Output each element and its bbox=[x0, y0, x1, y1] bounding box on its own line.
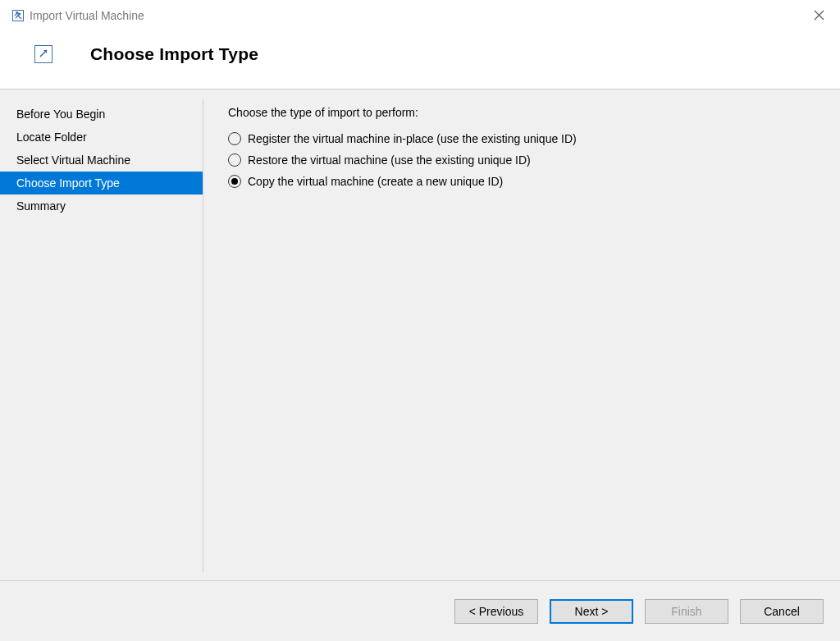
sidebar-item-choose-import-type[interactable]: Choose Import Type bbox=[0, 172, 203, 195]
instruction-text: Choose the type of import to perform: bbox=[228, 106, 824, 119]
close-button[interactable] bbox=[802, 3, 835, 28]
wizard-footer: < Previous Next > Finish Cancel bbox=[0, 580, 840, 641]
option-copy-vm[interactable]: Copy the virtual machine (create a new u… bbox=[228, 175, 824, 188]
header-icon-container bbox=[0, 45, 90, 63]
wizard-content: Choose the type of import to perform: Re… bbox=[203, 99, 840, 580]
finish-button: Finish bbox=[645, 599, 728, 624]
wizard-body: Before You Begin Locate Folder Select Vi… bbox=[0, 89, 840, 580]
sidebar-item-select-vm[interactable]: Select Virtual Machine bbox=[0, 149, 203, 172]
sidebar-item-summary[interactable]: Summary bbox=[0, 195, 203, 217]
titlebar: Import Virtual Machine bbox=[0, 0, 840, 31]
option-label: Restore the virtual machine (use the exi… bbox=[248, 153, 531, 167]
cancel-button[interactable]: Cancel bbox=[740, 599, 824, 624]
import-icon bbox=[34, 45, 52, 63]
sidebar-item-locate-folder[interactable]: Locate Folder bbox=[0, 126, 203, 149]
page-title: Choose Import Type bbox=[90, 44, 258, 64]
radio-icon bbox=[228, 175, 241, 188]
previous-button[interactable]: < Previous bbox=[454, 599, 538, 624]
option-label: Copy the virtual machine (create a new u… bbox=[248, 175, 503, 188]
app-icon bbox=[11, 9, 25, 22]
option-register-in-place[interactable]: Register the virtual machine in-place (u… bbox=[228, 132, 824, 145]
radio-icon bbox=[228, 153, 241, 167]
option-label: Register the virtual machine in-place (u… bbox=[248, 132, 577, 145]
close-icon bbox=[814, 10, 824, 21]
page-header: Choose Import Type bbox=[0, 31, 840, 89]
option-restore-vm[interactable]: Restore the virtual machine (use the exi… bbox=[228, 153, 824, 167]
sidebar-item-before-you-begin[interactable]: Before You Begin bbox=[0, 103, 203, 126]
wizard-steps-sidebar: Before You Begin Locate Folder Select Vi… bbox=[0, 99, 203, 572]
next-button[interactable]: Next > bbox=[550, 599, 633, 624]
radio-icon bbox=[228, 132, 241, 145]
window-title: Import Virtual Machine bbox=[30, 9, 144, 22]
